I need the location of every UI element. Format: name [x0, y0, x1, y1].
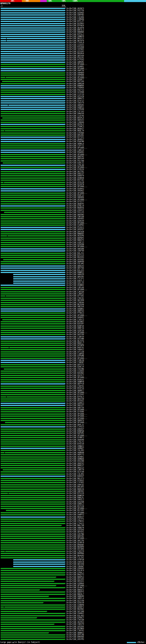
hit-label[interactable]: UniRef100_A2QFG6 [66, 330, 84, 332]
alignment-bar[interactable] [1, 493, 65, 494]
alignment-bar[interactable] [1, 364, 65, 365]
alignment-bar[interactable] [1, 400, 65, 402]
hit-label[interactable]: UniRef100_C5GWC3 [66, 126, 84, 128]
hit-label[interactable]: UniRef100_A6PCF3 [66, 454, 84, 456]
hit-label[interactable]: UniRef100_B8LCV8 [66, 524, 84, 526]
hit-label[interactable]: UniRef100_Q70MF3 [66, 436, 84, 438]
hit-label[interactable]: UniRef100_A7NXX1 [66, 520, 84, 522]
alignment-bar[interactable] [2, 81, 65, 82]
alignment-bar[interactable] [1, 460, 65, 462]
hit-label[interactable]: UniRef100_B9S9G4 [66, 52, 84, 54]
alignment-bar[interactable] [1, 178, 65, 179]
hit-label[interactable]: UniRef100_Q4Y5T5 [66, 364, 84, 366]
hit-label[interactable]: UniRef100_A2E7N6 [66, 533, 84, 535]
alignment-bar[interactable] [1, 358, 65, 359]
hit-label[interactable]: UniRef100_P25460 [66, 46, 84, 48]
alignment-bar[interactable] [1, 126, 65, 127]
alignment-bar[interactable] [1, 608, 65, 610]
hit-label[interactable]: UniRef100_B7G3J6 [66, 492, 84, 494]
alignment-bar[interactable] [1, 444, 65, 444]
alignment-bar[interactable] [1, 548, 65, 550]
hit-label[interactable]: UniRef100_P42780 [66, 160, 84, 162]
hit-label[interactable]: UniRef100_B6DD56 [66, 207, 84, 209]
alignment-bar[interactable] [13, 276, 65, 277]
hit-label[interactable]: UniRef100_P17593 [66, 59, 84, 61]
hit-label[interactable]: UniRef100_B3L435 [66, 269, 84, 272]
hit-label[interactable]: UniRef100_B5FC02 [66, 179, 84, 181]
hit-label[interactable]: UniRef100_Q50BX8 [66, 177, 84, 179]
hit-label[interactable]: UniRef100_Q4YWP0 [66, 344, 84, 346]
alignment-bar[interactable] [1, 72, 65, 74]
hit-label[interactable]: UniRef100_B5YNK9 [66, 628, 84, 630]
alignment-bar[interactable] [1, 224, 65, 226]
hit-label[interactable]: UniRef100_B9WK59 [66, 494, 84, 497]
alignment-bar[interactable] [1, 156, 65, 157]
hit-label[interactable]: UniRef100_B0WXD5 [66, 233, 84, 235]
hit-label[interactable]: UniRef100_C5DE84 [66, 302, 84, 304]
alignment-bar[interactable] [1, 600, 65, 601]
hit-label[interactable]: UniRef100_Q6BRF7 [66, 390, 84, 392]
hit-label[interactable]: UniRef100_Q05766 [66, 267, 84, 269]
alignment-bar[interactable] [1, 40, 65, 41]
alignment-bar[interactable] [1, 317, 65, 318]
hit-label[interactable]: UniRef100_Q8I4X0 [66, 563, 84, 565]
hit-label[interactable]: UniRef100_B0DUT5 [66, 239, 84, 241]
alignment-bar[interactable] [1, 534, 65, 535]
alignment-bar[interactable] [1, 349, 65, 350]
hit-label[interactable]: UniRef100_B5Y520 [66, 505, 84, 508]
hit-label[interactable]: UniRef100_A9NWI2 [66, 445, 84, 447]
hit-label[interactable]: UniRef100_Q1H8R1 [66, 66, 84, 68]
hit-label[interactable]: UniRef100_C5FFJ1 [66, 145, 84, 147]
hit-label[interactable]: UniRef100_C7GLY2 [66, 441, 84, 443]
hit-label[interactable]: UniRef100_B9Q2T3 [66, 574, 84, 576]
hit-label[interactable]: UniRef100_A4S5K4 [66, 626, 84, 628]
alignment-bar[interactable] [1, 173, 65, 174]
hit-label[interactable]: UniRef100_Q4U237 [66, 173, 84, 175]
hit-label[interactable]: UniRef100_UP1000... [66, 63, 87, 65]
hit-label[interactable]: UniRef100_A9NN19 [66, 36, 84, 38]
hit-label[interactable]: UniRef100_A6IEP6 [66, 235, 84, 237]
hit-label[interactable]: UniRef100_Q55GJ8 [66, 182, 84, 184]
alignment-bar[interactable] [1, 409, 65, 410]
alignment-bar[interactable] [1, 42, 65, 44]
alignment-bar[interactable] [1, 495, 65, 496]
alignment-bar[interactable] [1, 439, 65, 440]
hit-label[interactable]: UniRef100_C0S5T4 [66, 102, 84, 104]
alignment-bar[interactable] [1, 143, 65, 144]
hit-label[interactable]: UniRef100_B4PF91 [66, 346, 84, 348]
hit-label[interactable]: UniRef100_Q75Z77 [66, 200, 84, 203]
hit-label[interactable]: UniRef100_Q6D3Z7 [66, 404, 84, 406]
hit-label[interactable]: UniRef100_C5DFH1 [66, 385, 84, 387]
alignment-bar[interactable] [1, 630, 65, 631]
hit-label[interactable]: UniRef100_B6QLJ9 [66, 130, 84, 132]
hit-label[interactable]: UniRef100_Q2U9Q5 [66, 12, 84, 14]
alignment-bar[interactable] [1, 128, 65, 129]
hit-label[interactable]: UniRef100_B9IPL4 [66, 117, 84, 119]
hit-label[interactable]: UniRef100_A7RL80 [66, 164, 84, 166]
alignment-bar[interactable] [1, 304, 65, 305]
hit-label[interactable]: UniRef100_A2I4J0 [66, 96, 84, 98]
alignment-bar[interactable] [1, 289, 65, 290]
hit-label[interactable]: UniRef100_A6RKL6 [66, 143, 84, 145]
alignment-bar[interactable] [13, 559, 65, 560]
hit-label[interactable]: UniRef100_B8PBP5 [66, 237, 84, 239]
hit-label[interactable]: UniRef100_C5XXL8 [66, 42, 84, 44]
hit-label[interactable]: UniRef100_Q29ZD0 [66, 244, 84, 246]
hit-label[interactable]: UniRef100_A6MWU6 [66, 458, 84, 460]
alignment-bar[interactable] [1, 497, 65, 498]
alignment-bar[interactable] [1, 617, 36, 618]
hit-label[interactable]: UniRef100_A6RSR5 [66, 104, 84, 106]
hit-label[interactable]: UniRef100_C5KIQ8 [66, 619, 84, 621]
alignment-bar[interactable] [1, 21, 65, 22]
alignment-bar[interactable] [1, 184, 65, 185]
alignment-bar[interactable] [1, 38, 65, 39]
hit-label[interactable]: UniRef100_Q4PM13 [66, 402, 84, 404]
hit-label[interactable]: UniRef100_A8JHC3 [66, 8, 84, 10]
hit-label[interactable]: UniRef100_UP1000... [66, 434, 87, 436]
hit-label[interactable]: UniRef100_UP1000... [66, 357, 87, 359]
alignment-bar[interactable] [1, 428, 65, 430]
alignment-bar[interactable] [1, 379, 65, 380]
alignment-bar[interactable] [1, 347, 65, 348]
alignment-bar[interactable] [1, 83, 65, 84]
alignment-bar[interactable] [1, 542, 65, 543]
